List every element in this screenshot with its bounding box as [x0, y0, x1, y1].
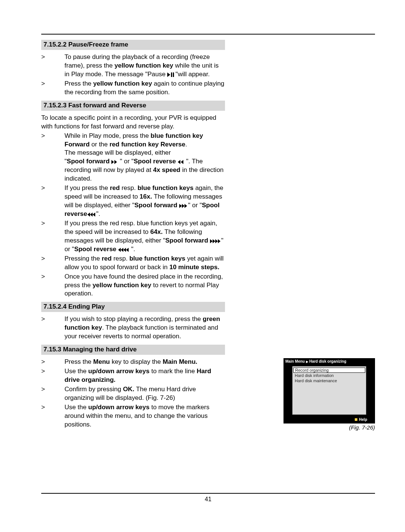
svg-marker-19: [123, 248, 126, 252]
text: .: [185, 141, 187, 148]
list-item: > If you press the red resp. blue functi…: [41, 219, 225, 254]
ff-list: > While in Play mode, press the blue fun…: [41, 132, 225, 298]
text: While in Play mode, press the: [64, 132, 151, 139]
list-marker: >: [41, 132, 64, 184]
list-item: > Press the yellow function key again to…: [41, 80, 225, 97]
svg-marker-16: [218, 239, 220, 243]
text-bold: Menu: [93, 358, 112, 365]
text-bold: Spool forward: [165, 237, 210, 244]
list-body: Press the Menu key to display the Main M…: [64, 358, 225, 366]
text-bold: Main Menu.: [163, 358, 198, 365]
top-rule: [41, 34, 375, 35]
heading-managing-hard-drive: 7.15.3 Managing the hard drive: [41, 345, 225, 355]
figure-menu-item: Hard disk maintenance: [292, 378, 366, 383]
text: Pressing the: [64, 255, 102, 262]
text: If you press the: [64, 184, 110, 191]
text-bold: blue function keys: [138, 184, 195, 191]
list-marker: >: [41, 367, 64, 384]
svg-marker-0: [167, 72, 170, 77]
list-marker: >: [41, 403, 64, 429]
text-bold: up/down arrow keys: [88, 404, 151, 411]
text-bold: red: [110, 184, 122, 191]
list-marker: >: [41, 255, 64, 272]
text-bold: red function key Reverse: [110, 141, 185, 148]
text: Use the: [64, 404, 88, 411]
figure-breadcrumb: Main Menu▶Hard disk organizing: [284, 359, 375, 365]
right-column: Main Menu▶Hard disk organizing Record or…: [236, 40, 375, 430]
text-bold: red: [102, 255, 113, 262]
svg-marker-12: [93, 212, 95, 217]
figure-menu-item-selected: Record organizing: [293, 368, 365, 373]
text-bold: blue function keys: [129, 255, 187, 262]
text: or the: [92, 141, 110, 148]
svg-marker-11: [90, 212, 93, 217]
text: Press the: [64, 358, 93, 365]
list-item: > Use the up/down arrow keys to mark the…: [41, 367, 225, 384]
svg-marker-7: [179, 204, 182, 208]
list-body: Use the up/down arrow keys to move the m…: [64, 403, 225, 429]
list-body: Pressing the red resp. blue function key…: [64, 255, 225, 272]
list-body: Confirm by pressing OK. The menu Hard dr…: [64, 385, 225, 402]
text: If you wish to stop playing a recording,…: [64, 315, 203, 323]
rewind-4-icon: [118, 248, 129, 252]
list-marker: >: [41, 358, 64, 366]
list-marker: >: [41, 385, 64, 402]
svg-marker-18: [121, 248, 123, 252]
list-item: > To pause during the playback of a reco…: [41, 53, 225, 79]
svg-marker-15: [215, 239, 218, 243]
heading-ending-play: 7.15.2.4 Ending Play: [41, 302, 225, 312]
text-bold: Spool forward: [67, 158, 111, 165]
text: ".: [129, 246, 135, 253]
text-bold: yellow function key: [114, 62, 175, 69]
list-item: > Pressing the red resp. blue function k…: [41, 255, 225, 272]
text-bold: up/down arrow keys: [88, 368, 151, 375]
page-number: 41: [41, 496, 375, 503]
list-item: > Confirm by pressing OK. The menu Hard …: [41, 385, 225, 402]
text: The message will be displayed, either: [64, 149, 171, 156]
text-bold: 64x.: [150, 228, 165, 235]
text-bold: yellow function key: [93, 80, 154, 87]
list-marker: >: [41, 315, 64, 341]
text: ".: [96, 210, 100, 217]
list-item: > Once you have found the desired place …: [41, 273, 225, 298]
breadcrumb-part: Main Menu: [285, 359, 305, 363]
text: to mark the line: [151, 368, 196, 375]
svg-marker-20: [126, 248, 129, 252]
svg-marker-8: [182, 204, 184, 208]
list-item: > Press the Menu key to display the Main…: [41, 358, 225, 366]
text: "will appear.: [176, 71, 210, 78]
rewind-icon: [178, 160, 184, 164]
breadcrumb-part: Hard disk organizing: [309, 359, 346, 363]
fast-forward-icon: [111, 160, 118, 164]
figure-screen: Main Menu▶Hard disk organizing Record or…: [284, 358, 375, 423]
list-body: While in Play mode, press the blue funct…: [64, 132, 225, 184]
page-footer: 41: [41, 493, 375, 503]
help-led-icon: [355, 418, 357, 421]
text-bold: Spool reverse: [134, 158, 177, 165]
manual-page: 7.15.2.2 Pause/Freeze frame > To pause d…: [0, 0, 405, 532]
svg-rect-2: [173, 72, 174, 77]
figure-caption: (Fig. 7-26): [284, 424, 375, 431]
text: Press the: [64, 80, 93, 87]
breadcrumb-sep-icon: ▶: [306, 360, 308, 363]
help-text: Help: [359, 417, 367, 422]
svg-marker-4: [114, 160, 117, 164]
bottom-rule: [41, 493, 375, 494]
list-body: If you wish to stop playing a recording,…: [64, 315, 225, 341]
figure-help-label: Help: [355, 417, 367, 422]
left-column: 7.15.2.2 Pause/Freeze frame > To pause d…: [41, 40, 225, 430]
heading-pause-freeze: 7.15.2.2 Pause/Freeze frame: [41, 40, 225, 50]
heading-fast-forward-reverse: 7.15.2.3 Fast forward and Reverse: [41, 101, 225, 111]
list-marker: >: [41, 273, 64, 298]
list-marker: >: [41, 53, 64, 79]
text: resp.: [113, 255, 129, 262]
text-bold: 16x.: [140, 193, 154, 200]
pause-list: > To pause during the playback of a reco…: [41, 53, 225, 97]
ff-intro: To locate a specific point in a recordin…: [41, 114, 225, 131]
svg-marker-17: [118, 248, 121, 252]
list-item: > Use the up/down arrow keys to move the…: [41, 403, 225, 429]
list-marker: >: [41, 184, 64, 219]
manage-list: > Press the Menu key to display the Main…: [41, 358, 225, 429]
list-body: If you press the red resp. blue function…: [64, 219, 225, 254]
text: resp.: [122, 184, 138, 191]
